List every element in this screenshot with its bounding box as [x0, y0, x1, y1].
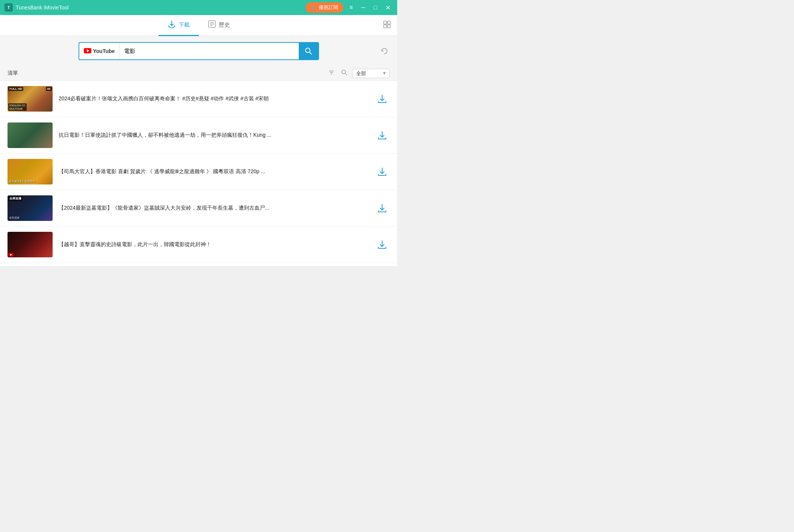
thumbnail-4k-badge: 4K	[46, 87, 52, 91]
svg-rect-6	[384, 21, 387, 24]
history-tab-icon	[208, 20, 216, 30]
svg-point-12	[306, 48, 310, 53]
download-tab-label: 下載	[178, 21, 190, 29]
list-item: FULL HD4KENGLISH CCMULTISUB2024必看破案片！张颂文…	[0, 81, 397, 117]
video-info: 2024必看破案片！张颂文入画携白百何破离奇命案！ #历史#悬疑 #动作 #武侠…	[59, 95, 369, 103]
video-title: 【2024最新盜墓電影】《龍骨遺家》盜墓賊深入大兴安岭，发现千年長生墓，遭到古血…	[59, 205, 269, 211]
filter-select[interactable]: 全部 影片 音樂	[352, 69, 390, 78]
platform-label: YouTube	[93, 48, 115, 54]
filter-container: 全部 影片 音樂 ▼	[352, 69, 390, 78]
download-button[interactable]	[375, 201, 390, 216]
list-controls: 全部 影片 音樂 ▼	[327, 68, 390, 78]
svg-text:T: T	[8, 5, 10, 10]
cart-icon: 🛒	[311, 5, 317, 11]
video-thumbnail[interactable]: ▶	[8, 232, 53, 257]
download-button[interactable]	[375, 164, 390, 179]
video-thumbnail[interactable]: 全网首播龙骨遗家	[8, 195, 53, 221]
app-logo: T	[5, 3, 13, 12]
promo-button[interactable]: 🛒 優惠訂閱	[306, 2, 343, 13]
list-item: 逃学威龙Ⅲ之 龍過雞年【司馬大官人】香港電影 喜劇 賀歲片 《 逃學威龍Ⅲ之龍過…	[0, 154, 397, 190]
nav-tabs: 下載 歷史	[159, 15, 239, 36]
video-info: 【2024最新盜墓電影】《龍骨遺家》盜墓賊深入大兴安岭，发现千年長生墓，遭到古血…	[59, 204, 369, 212]
searchbar: YouTube	[0, 36, 397, 66]
svg-line-13	[310, 52, 312, 54]
list-item: ▶【越哥】直擊靈魂的史詩級電影，此片一出，韓國電影從此封神！	[0, 227, 397, 263]
video-title: 【越哥】直擊靈魂的史詩級電影，此片一出，韓國電影從此封神！	[59, 241, 211, 247]
titlebar: T TunesBank iMovieTool 🛒 優惠訂閱 ≡ ─ □ ✕	[0, 0, 397, 15]
video-title: 抗日電影！日軍使詭計抓了中國獵人，卻不料被他逃過一劫，用一把斧頭瘋狂復仇！Kun…	[59, 132, 271, 138]
sort-button[interactable]	[327, 68, 336, 78]
maximize-button[interactable]: □	[371, 3, 380, 12]
video-info: 【越哥】直擊靈魂的史詩級電影，此片一出，韓國電影從此封神！	[59, 241, 369, 248]
titlebar-controls: 🛒 優惠訂閱 ≡ ─ □ ✕	[306, 2, 393, 13]
search-input[interactable]	[119, 43, 298, 59]
close-button[interactable]: ✕	[383, 3, 393, 12]
app-title: TunesBank iMovieTool	[16, 5, 68, 11]
titlebar-left: T TunesBank iMovieTool	[5, 3, 68, 12]
tab-history[interactable]: 歷史	[199, 15, 239, 36]
tab-download[interactable]: 下載	[159, 15, 199, 36]
video-title: 2024必看破案片！张颂文入画携白百何破离奇命案！ #历史#悬疑 #动作 #武侠…	[59, 95, 269, 101]
list-header: 清單 全部 影片 音樂 ▼	[0, 66, 397, 81]
history-tab-label: 歷史	[219, 21, 230, 29]
download-button[interactable]	[375, 237, 390, 252]
video-thumbnail[interactable]: 逃学威龙Ⅲ之 龍過雞年	[8, 159, 53, 184]
content-area: FULL HD4KENGLISH CCMULTISUB2024必看破案片！张颂文…	[0, 81, 397, 266]
download-button[interactable]	[375, 128, 390, 143]
thumbnail-cc-badge: ENGLISH CCMULTISUB	[8, 103, 27, 111]
promo-label: 優惠訂閱	[319, 4, 338, 11]
list-search-button[interactable]	[339, 68, 349, 78]
grid-view-button[interactable]	[383, 20, 391, 30]
navbar: 下載 歷史	[0, 15, 397, 36]
svg-rect-8	[384, 25, 387, 28]
svg-line-18	[345, 74, 347, 75]
minimize-button[interactable]: ─	[359, 3, 368, 12]
list-item: 全网首播龙骨遗家【2024最新盜墓電影】《龍骨遺家》盜墓賊深入大兴安岭，发现千年…	[0, 190, 397, 227]
thumbnail-badge: FULL HD	[8, 87, 23, 91]
video-title: 【司馬大官人】香港電影 喜劇 賀歲片 《 逃學威龍Ⅲ之龍過雞年 》 國粵双语 高…	[59, 168, 265, 174]
refresh-button[interactable]	[378, 44, 391, 58]
video-thumbnail[interactable]: FULL HD4KENGLISH CCMULTISUB	[8, 86, 53, 112]
svg-rect-7	[387, 21, 390, 24]
thumbnail-overlay-text: 龙骨遗家	[9, 216, 20, 219]
search-container: YouTube	[79, 42, 319, 60]
menu-button[interactable]: ≡	[347, 3, 355, 12]
search-button[interactable]	[299, 43, 318, 59]
download-button[interactable]	[375, 91, 390, 106]
video-info: 【司馬大官人】香港電影 喜劇 賀歲片 《 逃學威龍Ⅲ之龍過雞年 》 國粵双语 高…	[59, 168, 369, 175]
download-tab-icon	[168, 20, 176, 30]
thumbnail-overlay-text: 逃学威龙Ⅲ之 龍過雞年	[9, 180, 35, 183]
list-title: 清單	[8, 70, 18, 77]
thumbnail-yt-logo: ▶	[8, 253, 14, 257]
video-thumbnail[interactable]	[8, 122, 53, 148]
video-info: 抗日電影！日軍使詭計抓了中國獵人，卻不料被他逃過一劫，用一把斧頭瘋狂復仇！Kun…	[59, 131, 369, 139]
platform-selector[interactable]: YouTube	[79, 43, 120, 59]
youtube-icon	[84, 48, 91, 54]
svg-rect-9	[387, 25, 390, 28]
list-item: 抗日電影！日軍使詭計抓了中國獵人，卻不料被他逃過一劫，用一把斧頭瘋狂復仇！Kun…	[0, 117, 397, 154]
thumbnail-badge: 全网首播	[8, 196, 23, 201]
